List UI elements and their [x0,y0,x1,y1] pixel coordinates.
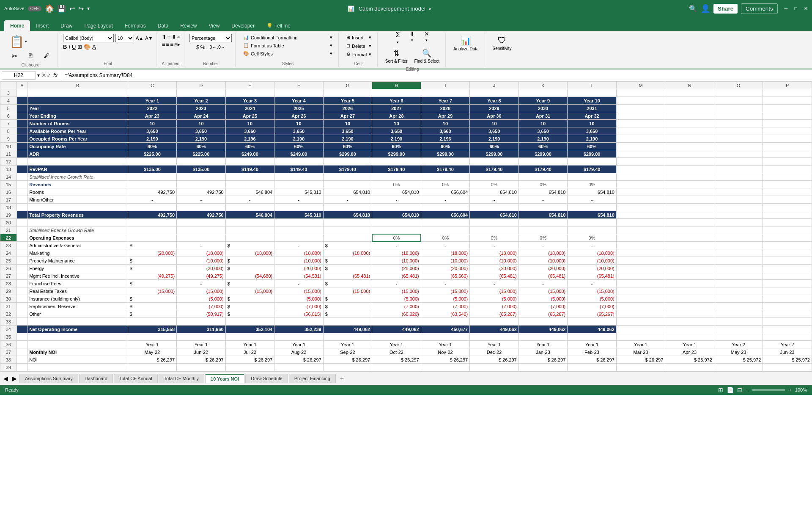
col-header-N[interactable]: N [665,82,714,89]
cell-styles-button[interactable]: 🎨 Cell Styles ▾ [241,50,335,57]
border-button[interactable]: ⊞ [77,44,82,50]
row-num-20[interactable]: 20 [0,219,17,226]
delete-button[interactable]: ⊟ Delete ▾ [344,42,374,50]
row-num-13[interactable]: 13 [0,166,17,173]
decrease-font-button[interactable]: A▼ [145,36,153,41]
comments-button[interactable]: Comments [741,3,777,14]
sheet-tab-draw-schedule[interactable]: Draw Schedule [245,374,288,383]
tab-prev-button[interactable]: ◀ [2,375,10,382]
tab-insert[interactable]: Insert [30,20,55,31]
italic-button[interactable]: I [69,44,70,50]
col-header-F[interactable]: F [274,82,324,89]
align-center-button[interactable]: ≡ [166,41,170,48]
row-num-11[interactable]: 11 [0,150,17,158]
row-num-37[interactable]: 37 [0,348,17,356]
title-dropdown-icon[interactable]: ▾ [429,7,431,11]
row-num-14[interactable]: 14 [0,173,17,181]
analyze-data-button[interactable]: 📊 Analyze Data [451,34,481,53]
currency-button[interactable]: $ [196,44,199,50]
wrap-text-button[interactable]: ↵ [177,34,181,40]
copy-button[interactable]: ⎘ [23,51,38,61]
row-num-4[interactable]: 4 [0,97,17,105]
row-num-18[interactable]: 18 [0,204,17,211]
tab-next-button[interactable]: ▶ [11,375,19,382]
col-header-C[interactable]: C [128,82,177,89]
insert-button[interactable]: ⊞ Insert ▾ [344,34,374,41]
formula-input[interactable] [61,72,810,79]
row-num-9[interactable]: 9 [0,135,17,143]
expand-formula-icon[interactable]: ▾ [37,72,40,78]
share-button[interactable]: Share [713,4,738,14]
fill-color-button[interactable]: 🎨 [84,44,91,50]
sheet-tab-project-financing[interactable]: Project Financing [289,374,336,383]
col-header-K[interactable]: K [518,82,568,89]
increase-decimal-button[interactable]: .0→ [217,44,225,50]
zoom-in-button[interactable]: + [789,387,791,392]
row-num-19[interactable]: 19 [0,211,17,219]
row-num-35[interactable]: 35 [0,333,17,341]
zoom-slider[interactable] [752,389,785,391]
row-num-23[interactable]: 23 [0,242,17,249]
col-header-P[interactable]: P [763,82,812,89]
tab-draw[interactable]: Draw [55,20,78,31]
row-num-38[interactable]: 38 [0,356,17,364]
row-num-15[interactable]: 15 [0,181,17,188]
search-icon[interactable]: 🔍 [689,5,697,13]
cancel-formula-button[interactable]: ✕ [41,72,47,79]
tab-review[interactable]: Review [174,20,203,31]
home-icon[interactable]: 🏠 [45,4,54,13]
normal-view-icon[interactable]: ⊞ [718,387,723,393]
col-header-A[interactable]: A [16,82,27,89]
sheet-tab-assumptions[interactable]: Assumptions Summary [19,374,78,383]
tab-data[interactable]: Data [152,20,174,31]
row-num-36[interactable]: 36 [0,341,17,348]
number-format-select[interactable]: Percentage [189,34,232,42]
bold-button[interactable]: B [63,44,67,50]
format-painter-button[interactable]: 🖌 [39,51,54,61]
col-header-J[interactable]: J [470,82,519,89]
decrease-decimal-button[interactable]: .0← [208,44,216,50]
underline-button[interactable]: U [72,44,76,50]
page-break-view-icon[interactable]: ⊟ [737,387,742,393]
confirm-formula-button[interactable]: ✓ [47,72,52,79]
align-left-button[interactable]: ≡ [162,41,165,48]
cell-reference-box[interactable] [2,71,36,80]
undo-icon[interactable]: ↩ [69,5,75,13]
row-num-34[interactable]: 34 [0,326,17,333]
row-num-39[interactable]: 39 [0,364,17,371]
comma-button[interactable]: , [206,44,208,50]
align-right-button[interactable]: ≡ [170,41,173,48]
row-num-24[interactable]: 24 [0,249,17,257]
find-select-button[interactable]: 🔍 Find & Select [412,47,442,65]
row-num-33[interactable]: 33 [0,318,17,326]
tab-page-layout[interactable]: Page Layout [78,20,118,31]
row-num-17[interactable]: 17 [0,196,17,204]
selected-cell-h22[interactable]: 0% [372,234,421,242]
row-num-29[interactable]: 29 [0,287,17,295]
sum-button[interactable]: Σ ▾ [392,29,404,46]
format-button[interactable]: ⚙ Format ▾ [344,51,374,58]
sheet-tab-total-cf-annual[interactable]: Total CF Annual [114,374,158,383]
redo-icon[interactable]: ↪ [78,5,84,13]
user-icon[interactable]: 👤 [701,4,710,13]
minimize-icon[interactable]: ─ [785,6,788,11]
clear-button[interactable]: ✕ ▾ [420,29,433,46]
col-header-O[interactable]: O [714,82,763,89]
merge-cells-button[interactable]: ⊞▾ [174,41,180,48]
row-num-21[interactable]: 21 [0,226,17,234]
add-sheet-button[interactable]: + [337,375,347,382]
row-num-30[interactable]: 30 [0,295,17,303]
row-num-26[interactable]: 26 [0,265,17,272]
row-num-27[interactable]: 27 [0,272,17,280]
font-name-select[interactable]: Calibri (Body) [63,34,114,42]
sort-filter-button[interactable]: ⇅ Sort & Filter [383,47,410,65]
row-num-31[interactable]: 31 [0,303,17,310]
col-header-I[interactable]: I [421,82,470,89]
close-icon[interactable]: ✕ [804,6,808,11]
row-num-8[interactable]: 8 [0,127,17,135]
row-num-6[interactable]: 6 [0,112,17,120]
row-num-12[interactable]: 12 [0,158,17,166]
row-num-28[interactable]: 28 [0,280,17,287]
maximize-icon[interactable]: □ [794,6,797,11]
col-header-G[interactable]: G [323,82,372,89]
